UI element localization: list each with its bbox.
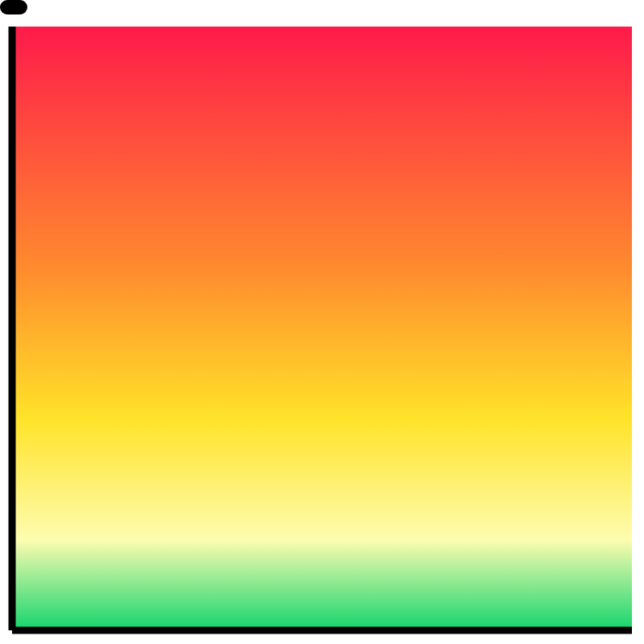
optimal-point-marker	[0, 0, 27, 14]
bottleneck-chart	[0, 0, 644, 644]
plot-background	[12, 27, 632, 630]
plot-svg	[0, 0, 644, 644]
